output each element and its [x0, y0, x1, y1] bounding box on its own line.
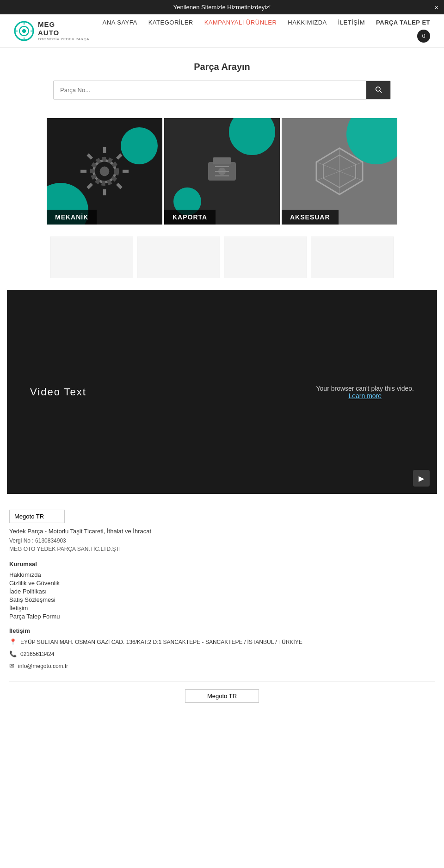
- logo-text: MEG AUTO OTOMOTİV YEDEK PARÇA: [38, 20, 89, 42]
- svg-point-2: [22, 29, 26, 33]
- nav-parca-talep[interactable]: PARÇA TALEP ET: [376, 19, 430, 26]
- product-card-3[interactable]: [224, 237, 307, 278]
- svg-point-10: [100, 167, 110, 176]
- search-input[interactable]: [54, 81, 366, 99]
- main-nav: ANA SAYFA KATEGORİLER KAMPANYALI ÜRÜNLER…: [103, 19, 430, 26]
- footer-link-gizlilik[interactable]: Gizlilik ve Güvenlik: [9, 580, 435, 587]
- footer-iletisim-title: İletişim: [9, 627, 435, 634]
- footer-description: Yedek Parça - Motorlu Taşit Ticareti, İt…: [9, 528, 435, 535]
- nav-kampanyali[interactable]: KAMPANYALI ÜRÜNLER: [204, 19, 277, 26]
- nav-anasayfa[interactable]: ANA SAYFA: [103, 19, 137, 26]
- svg-line-17: [88, 184, 92, 188]
- video-section: Video Text Your browser can't play this …: [7, 290, 437, 494]
- video-learn-more-link[interactable]: Learn more: [348, 392, 382, 400]
- header: MEG AUTO OTOMOTİV YEDEK PARÇA ANA SAYFA …: [0, 14, 444, 48]
- search-section: Parça Arayın: [0, 48, 444, 109]
- svg-rect-21: [213, 157, 231, 164]
- category-card-mekanik[interactable]: MEKANİK: [47, 118, 162, 225]
- nav-kategoriler[interactable]: KATEGORİLER: [148, 19, 193, 26]
- top-bar-message: Yenilenen Sitemizle Hizmetinizdeyiz!: [173, 4, 271, 11]
- svg-line-18: [117, 184, 121, 188]
- email-icon: ✉: [9, 662, 14, 669]
- footer-tax: Vergi No : 6130834903: [9, 537, 435, 544]
- svg-line-15: [88, 155, 92, 159]
- footer-bottom: [9, 681, 435, 703]
- footer-bottom-input[interactable]: [185, 689, 259, 703]
- svg-line-8: [380, 91, 382, 93]
- search-icon: [375, 86, 382, 93]
- footer-email: info@megoto.com.tr: [18, 662, 68, 670]
- footer-link-hakkimizda[interactable]: Hakkımızda: [9, 571, 435, 578]
- product-grid: [0, 229, 444, 286]
- gear-icon: [74, 141, 135, 201]
- location-icon: 📍: [9, 638, 17, 645]
- footer-link-satis[interactable]: Satış Sözleşmesi: [9, 596, 435, 603]
- category-label-kaporta: KAPORTA: [164, 210, 216, 225]
- svg-line-16: [117, 155, 121, 159]
- video-text: Video Text: [30, 386, 86, 398]
- top-bar-close-button[interactable]: ×: [435, 4, 438, 11]
- footer-link-parca[interactable]: Parça Talep Formu: [9, 613, 435, 620]
- video-error-area: Your browser can't play this video. Lear…: [316, 385, 414, 400]
- footer-link-iletisim[interactable]: İletişim: [9, 605, 435, 612]
- tools-icon: [199, 148, 245, 194]
- footer-address: EYÜP SULTAN MAH. OSMAN GAZİ CAD. 136/KAT…: [20, 638, 302, 646]
- footer-phone: 02165613424: [20, 650, 54, 658]
- aksesuar-icon: [312, 144, 367, 199]
- footer-address-row: 📍 EYÜP SULTAN MAH. OSMAN GAZİ CAD. 136/K…: [9, 638, 435, 646]
- top-bar: Yenilenen Sitemizle Hizmetinizdeyiz! ×: [0, 0, 444, 14]
- footer-brand-input[interactable]: [9, 510, 65, 523]
- product-card-1[interactable]: [50, 237, 133, 278]
- product-card-2[interactable]: [137, 237, 220, 278]
- category-grid: MEKANİK KAPORTA: [0, 109, 444, 229]
- logo-icon: [14, 21, 34, 41]
- footer-link-iade[interactable]: İade Politikası: [9, 588, 435, 595]
- nav-hakkimizda[interactable]: HAKKIMIZDA: [288, 19, 327, 26]
- footer-email-row: ✉ info@megoto.com.tr: [9, 662, 435, 670]
- footer-phone-row: 📞 02165613424: [9, 650, 435, 658]
- search-button[interactable]: [366, 81, 390, 99]
- video-error-message: Your browser can't play this video.: [316, 385, 414, 392]
- footer: Yedek Parça - Motorlu Taşit Ticareti, İt…: [0, 499, 444, 714]
- footer-kurumsal-title: Kurumsal: [9, 561, 435, 568]
- category-label-aksesuar: AKSESUAR: [282, 210, 339, 225]
- search-bar: [53, 81, 391, 100]
- phone-icon: 📞: [9, 650, 17, 657]
- nav-iletisim[interactable]: İLETİŞİM: [338, 19, 365, 26]
- video-play-button[interactable]: ▶: [413, 470, 430, 487]
- logo-area: MEG AUTO OTOMOTİV YEDEK PARÇA: [14, 20, 89, 42]
- nav-right-area: ANA SAYFA KATEGORİLER KAMPANYALI ÜRÜNLER…: [103, 19, 430, 43]
- search-title: Parça Arayın: [7, 62, 437, 72]
- footer-company: MEG OTO YEDEK PARÇA SAN.TİC.LTD.ŞTİ: [9, 546, 435, 552]
- product-card-4[interactable]: [311, 237, 394, 278]
- category-label-mekanik: MEKANİK: [47, 210, 97, 225]
- category-card-kaporta[interactable]: KAPORTA: [164, 118, 280, 225]
- cart-button[interactable]: 0: [417, 30, 430, 43]
- category-card-aksesuar[interactable]: AKSESUAR: [282, 118, 397, 225]
